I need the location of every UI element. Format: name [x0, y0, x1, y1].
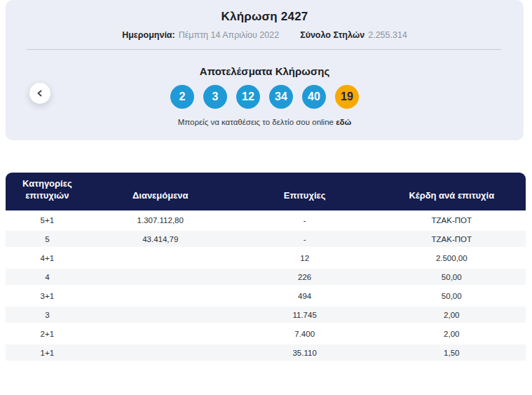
prize-cell: 2.500,00 [378, 248, 526, 267]
chevron-left-icon [36, 90, 43, 97]
table-row: 311.7452,00 [6, 305, 526, 324]
category-cell: 4 [6, 267, 89, 286]
table-row: 422650,00 [6, 267, 526, 286]
category-cell: 1+1 [6, 343, 89, 362]
category-cell: 4+1 [6, 248, 89, 267]
prize-cell: 50,00 [378, 267, 526, 286]
prize-table-body: 5+11.307.112,80-ΤΖΑΚ-ΠΟΤ543.414,79-ΤΖΑΚ-… [6, 210, 526, 362]
prize-cell: 1,50 [378, 343, 526, 362]
winners-cell: 226 [232, 267, 378, 286]
distributed-cell [89, 248, 232, 267]
table-row: 543.414,79-ΤΖΑΚ-ΠΟΤ [6, 229, 526, 248]
distributed-cell [89, 267, 232, 286]
category-cell: 3 [6, 305, 89, 324]
prize-table-section: Κατηγορίες επιτυχιών Διανεμόμενα Επιτυχί… [6, 173, 526, 362]
winners-cell: - [232, 229, 378, 248]
draw-card: Κλήρωση 2427 Ημερομηνία: Πέμπτη 14 Απριλ… [6, 0, 524, 140]
results-title: Αποτελέσματα Κλήρωσης [6, 65, 524, 77]
table-row: 5+11.307.112,80-ΤΖΑΚ-ΠΟΤ [6, 210, 526, 229]
table-row: 2+17.4002,00 [6, 324, 526, 343]
distributed-cell [89, 324, 232, 343]
winners-cell: 494 [232, 286, 378, 305]
number-ball: 34 [269, 85, 293, 109]
distributed-cell: 1.307.112,80 [89, 210, 232, 229]
prize-cell: 2,00 [378, 305, 526, 324]
winners-cell: 7.400 [232, 324, 378, 343]
number-ball: 40 [302, 85, 326, 109]
distributed-cell [89, 305, 232, 324]
prize-cell: ΤΖΑΚ-ΠΟΤ [378, 229, 526, 248]
number-ball: 12 [236, 85, 260, 109]
submit-note-link[interactable]: εδώ [336, 118, 351, 126]
distributed-cell: 43.414,79 [89, 229, 232, 248]
total-columns-value: 2.255.314 [368, 30, 407, 40]
divider [27, 49, 501, 50]
category-cell: 2+1 [6, 324, 89, 343]
number-ball: 3 [203, 85, 227, 109]
table-row: 3+149450,00 [6, 286, 526, 305]
prize-cell: 2,00 [378, 324, 526, 343]
draw-date-label: Ημερομηνία: [122, 30, 175, 40]
category-cell: 5 [6, 229, 89, 248]
prize-table-header-row: Κατηγορίες επιτυχιών Διανεμόμενα Επιτυχί… [6, 173, 526, 210]
submit-note: Μπορείς να καταθέσεις το δελτίο σου onli… [6, 118, 524, 126]
distributed-cell [89, 343, 232, 362]
prize-cell: 50,00 [378, 286, 526, 305]
bonus-ball: 19 [335, 85, 359, 109]
numbers-row: 2312344019 [6, 85, 524, 109]
prize-table: Κατηγορίες επιτυχιών Διανεμόμενα Επιτυχί… [6, 173, 526, 362]
header-distributed: Διανεμόμενα [89, 173, 232, 210]
prize-cell: ΤΖΑΚ-ΠΟΤ [378, 210, 526, 229]
header-categories: Κατηγορίες επιτυχιών [6, 173, 89, 210]
winners-cell: 11.745 [232, 305, 378, 324]
header-prize-per-winner: Κέρδη ανά επιτυχία [378, 173, 526, 210]
winners-cell: 35.110 [232, 343, 378, 362]
submit-note-text: Μπορείς να καταθέσεις το δελτίο σου onli… [178, 118, 334, 126]
draw-date: Ημερομηνία: Πέμπτη 14 Απριλίου 2022 [122, 30, 279, 40]
winners-cell: 12 [232, 248, 378, 267]
draw-title: Κλήρωση 2427 [6, 0, 524, 24]
winners-cell: - [232, 210, 378, 229]
previous-draw-button[interactable] [29, 83, 50, 104]
category-cell: 5+1 [6, 210, 89, 229]
table-row: 4+1122.500,00 [6, 248, 526, 267]
total-columns: Σύνολο Στηλών 2.255.314 [300, 30, 407, 40]
total-columns-label: Σύνολο Στηλών [300, 30, 364, 40]
header-winners: Επιτυχίες [232, 173, 378, 210]
category-cell: 3+1 [6, 286, 89, 305]
draw-date-value: Πέμπτη 14 Απριλίου 2022 [179, 30, 279, 40]
number-ball: 2 [170, 85, 194, 109]
distributed-cell [89, 286, 232, 305]
draw-meta: Ημερομηνία: Πέμπτη 14 Απριλίου 2022 Σύνο… [6, 30, 524, 40]
table-row: 1+135.1101,50 [6, 343, 526, 362]
